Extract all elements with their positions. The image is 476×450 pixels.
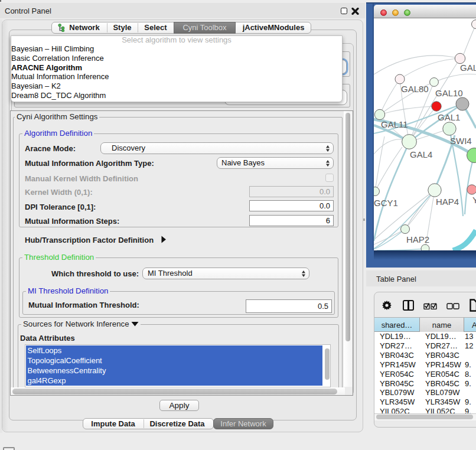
svg-text:GAL7: GAL7 xyxy=(460,63,476,73)
svg-text:Y: Y xyxy=(472,195,476,205)
svg-text:HAP2: HAP2 xyxy=(406,234,429,244)
svg-text:GAL1: GAL1 xyxy=(438,112,460,122)
svg-text:GAL4: GAL4 xyxy=(410,149,432,159)
svg-text:HAP4: HAP4 xyxy=(436,197,459,207)
svg-text:SWI4: SWI4 xyxy=(450,136,472,146)
svg-text:GAL80: GAL80 xyxy=(401,84,429,94)
svg-text:GAL11: GAL11 xyxy=(381,119,408,129)
svg-text:GAL10: GAL10 xyxy=(435,88,463,98)
svg-text:GCY1: GCY1 xyxy=(374,198,398,208)
